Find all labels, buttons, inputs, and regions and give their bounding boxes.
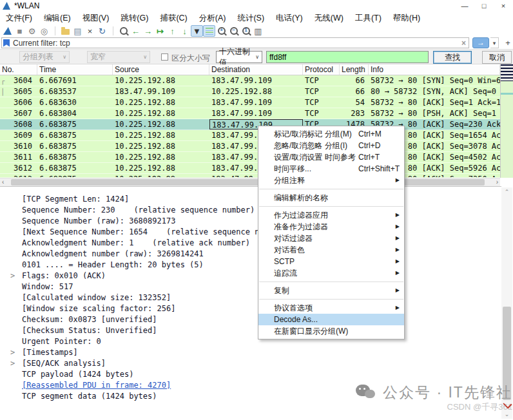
packet-row-3608[interactable]: 36086.68387510.225.192.88183.47.99.109TC…: [0, 119, 500, 130]
stop-capture-icon[interactable]: ■: [14, 25, 26, 37]
column-header-source[interactable]: Source: [113, 64, 209, 75]
context-menu-item-edit-resolved-name[interactable]: 编辑解析的名称: [258, 192, 404, 204]
expander-icon[interactable]: >: [10, 358, 15, 369]
scroll-up-icon[interactable]: ⌃: [501, 189, 512, 195]
filter-apply-button[interactable]: →: [472, 37, 489, 48]
cell-no: 3613: [0, 174, 37, 177]
packet-row-3606[interactable]: 36066.68363010.225.192.88183.47.99.109TC…: [0, 97, 500, 108]
menubar-item-analyze[interactable]: 分析(A): [193, 13, 232, 24]
scroll-left-icon[interactable]: ‹: [2, 178, 4, 186]
packet-list-scrollbar[interactable]: [500, 64, 513, 178]
menubar-item-file[interactable]: 文件(F): [0, 13, 38, 24]
menubar-item-statistics[interactable]: 统计(S): [231, 13, 270, 24]
case-sensitive-checkbox[interactable]: [161, 53, 168, 61]
menubar-item-help[interactable]: 帮助(H): [387, 13, 426, 24]
column-header-time[interactable]: Time: [37, 64, 113, 75]
menu-item-label: 编辑解析的名称: [274, 193, 328, 202]
expander-icon[interactable]: >: [10, 271, 15, 282]
menubar-item-telephony[interactable]: 电话(Y): [270, 13, 309, 24]
details-line[interactable]: >[Timestamps]: [0, 347, 501, 358]
column-header-destination[interactable]: Destination: [209, 64, 303, 75]
context-menu-item-packet-comment[interactable]: 分组注释▶: [258, 175, 404, 186]
menubar-item-edit[interactable]: 编辑(E): [38, 13, 77, 24]
packet-row-3612[interactable]: 36126.68387510.225.192.88183.47.99.109TC…: [0, 163, 500, 174]
scroll-right-icon[interactable]: ›: [496, 178, 498, 186]
open-file-icon[interactable]: [59, 25, 72, 37]
context-menu-item-ignore-packet[interactable]: 忽略/取消忽略 分组(I)Ctrl+D: [258, 140, 404, 151]
column-header-info[interactable]: Info: [369, 64, 500, 75]
go-back-icon[interactable]: ←: [130, 25, 142, 37]
context-menu-item-protocol-preferences[interactable]: 协议首选项▶: [258, 302, 404, 314]
close-file-icon[interactable]: ×: [84, 25, 96, 37]
filter-clear-icon[interactable]: ×: [461, 39, 466, 48]
packet-row-3607[interactable]: 36076.68380410.225.192.88183.47.99.109TC…: [0, 108, 500, 119]
context-menu-item-conversation-filter[interactable]: 对话过滤器▶: [258, 233, 404, 244]
context-menu-item-copy[interactable]: 复制▶: [258, 285, 404, 296]
save-file-icon[interactable]: ▤: [72, 25, 84, 37]
context-menu-item-show-in-new-window[interactable]: 在新窗口显示分组(W): [258, 325, 404, 337]
filter-dropdown-caret[interactable]: ▾: [490, 37, 499, 48]
colorize-icon[interactable]: [203, 25, 215, 37]
expander-icon[interactable]: >: [10, 347, 15, 358]
minimize-button[interactable]: —: [455, 0, 474, 12]
find-packet-icon[interactable]: [117, 25, 130, 37]
packet-row-3609[interactable]: 36096.68387510.225.192.88183.47.99.109TC…: [0, 130, 500, 141]
context-menu-item-follow-stream[interactable]: 追踪流▶: [258, 267, 404, 279]
column-header-protocol[interactable]: Protocol: [303, 64, 340, 75]
packet-row-3610[interactable]: 36106.68387510.225.192.88183.47.99.109TC…: [0, 141, 500, 152]
column-header-no[interactable]: No.: [0, 64, 37, 75]
menubar-item-wireless[interactable]: 无线(W): [309, 13, 349, 24]
search-type-select[interactable]: 十六进制值∨: [216, 51, 262, 63]
scroll-down-icon[interactable]: ⌄: [501, 411, 512, 417]
close-button[interactable]: ×: [494, 0, 513, 12]
filter-bookmark-icon[interactable]: [3, 39, 10, 47]
context-menu-item-time-shift[interactable]: 时间平移...Ctrl+Shift+T: [258, 163, 404, 175]
column-header-length[interactable]: Length: [340, 64, 369, 75]
cell-time: 6.683537: [37, 86, 113, 97]
packet-row-3605[interactable]: │36056.683537183.47.99.10910.225.192.88T…: [0, 86, 500, 97]
scrollbar-minimap: [501, 64, 513, 81]
wireshark-logo-icon: [3, 2, 10, 10]
go-last-packet-icon[interactable]: ↓: [179, 25, 191, 37]
context-menu-item-mark-packet[interactable]: 标记/取消标记 分组(M)Ctrl+M: [258, 128, 404, 140]
details-line[interactable]: >[SEQ/ACK analysis]: [0, 358, 501, 369]
packet-row-3611[interactable]: 36116.68387510.225.192.88183.47.99.109TC…: [0, 152, 500, 163]
packet-row-3604[interactable]: ┌36046.66769110.225.192.88183.47.99.109T…: [0, 75, 500, 86]
maximize-button[interactable]: □: [474, 0, 494, 12]
reassembled-pdu-link[interactable]: [Reassembled PDU in frame: 4270]: [22, 381, 171, 390]
context-menu-item-colorize-conversation[interactable]: 对话着色▶: [258, 244, 404, 256]
go-forward-icon[interactable]: →: [142, 25, 154, 37]
go-to-packet-icon[interactable]: ↦: [154, 25, 166, 37]
horizontal-scrollbar[interactable]: ‹ ›: [0, 178, 500, 186]
resize-columns-icon[interactable]: ▥: [252, 25, 264, 37]
capture-options-icon[interactable]: ⚙: [26, 25, 38, 37]
start-capture-icon[interactable]: [1, 25, 14, 37]
search-input[interactable]: [266, 51, 429, 63]
menubar-item-view[interactable]: 视图(V): [77, 13, 115, 24]
context-menu-item-sctp[interactable]: SCTP▶: [258, 256, 404, 267]
zoom-in-icon[interactable]: +: [215, 25, 227, 37]
auto-scroll-icon[interactable]: ▼: [191, 25, 203, 37]
find-button[interactable]: 查找: [433, 51, 472, 64]
menubar-item-capture[interactable]: 捕获(C): [154, 13, 193, 24]
context-menu-item-decode-as[interactable]: Decode As...: [258, 314, 404, 325]
context-menu-item-set-time-reference[interactable]: 设置/取消设置 时间参考Ctrl+T: [258, 151, 404, 163]
filter-add-button[interactable]: +: [503, 37, 512, 48]
zoom-reset-icon[interactable]: 1: [240, 25, 252, 37]
menubar-item-tools[interactable]: 工具(T): [349, 13, 387, 24]
go-first-packet-icon[interactable]: ↑: [166, 25, 179, 37]
cell-protocol: TCP: [303, 97, 340, 108]
reload-icon[interactable]: ↻: [96, 25, 108, 37]
details-line[interactable]: >Flags: 0x010 (ACK): [0, 271, 501, 282]
context-menu-item-apply-as-filter[interactable]: 作为过滤器应用▶: [258, 209, 404, 221]
zoom-out-icon[interactable]: −: [227, 25, 240, 37]
cancel-button[interactable]: 取消: [482, 51, 512, 64]
menubar-item-go[interactable]: 跳转(G): [115, 13, 154, 24]
details-vertical-scrollbar[interactable]: ⌃ ⌄: [501, 187, 512, 419]
vertical-scrollbar-thumb[interactable]: [503, 307, 511, 400]
horizontal-scrollbar-thumb[interactable]: [11, 179, 485, 186]
restart-capture-icon[interactable]: ◎: [38, 25, 50, 37]
context-menu-item-prepare-as-filter[interactable]: 准备作为过滤器▶: [258, 221, 404, 233]
details-line[interactable]: [Reassembled PDU in frame: 4270]: [0, 380, 501, 391]
details-text: Checksum: 0x0873 [unverified]: [22, 315, 157, 324]
